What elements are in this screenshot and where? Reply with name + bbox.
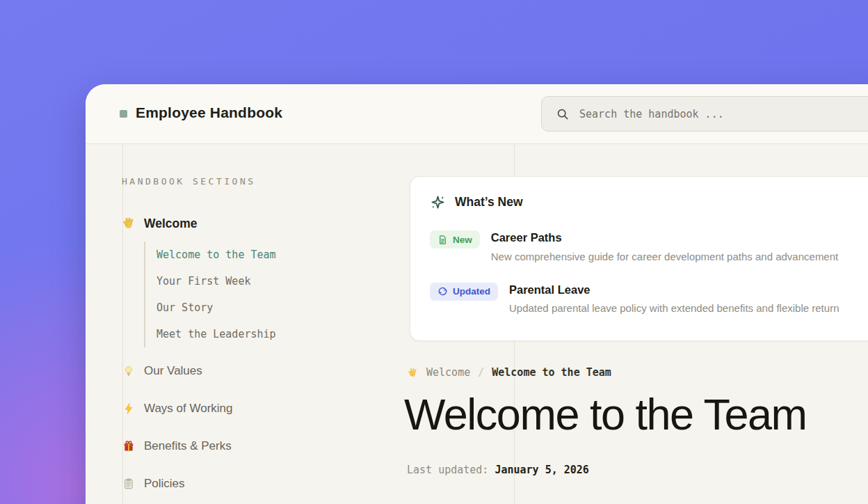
sidebar-item-label: Our Values (144, 364, 202, 378)
whats-new-item-description: Updated parental leave policy with exten… (509, 302, 839, 314)
search-input[interactable] (579, 108, 868, 120)
content-area: HANDBOOK SECTIONS Welcome Welcome to the… (86, 144, 868, 504)
subnav-item-meet-the-leadership[interactable]: Meet the Leadership (156, 321, 276, 347)
whats-new-item-title: Career Paths (491, 230, 838, 245)
square-logo-icon (120, 110, 127, 118)
subnav-item-welcome-to-the-team[interactable]: Welcome to the Team (156, 242, 276, 268)
breadcrumb: Welcome / Welcome to the Team (407, 365, 611, 379)
gift-icon (122, 439, 136, 453)
subnav-item-our-story[interactable]: Our Story (156, 294, 276, 321)
bulb-icon (122, 364, 136, 378)
badge-label: Updated (453, 286, 490, 297)
whats-new-item[interactable]: Updated Parental Leave Updated parental … (430, 283, 868, 315)
sidebar-item-label: Ways of Working (144, 402, 233, 416)
refresh-icon (437, 286, 448, 297)
wave-icon (122, 216, 136, 230)
desktop-background: { "app": { "title": "Employee Handbook",… (0, 0, 868, 504)
app-window: Employee Handbook HANDBOOK SECTIONS (86, 84, 868, 504)
wave-icon (407, 367, 419, 379)
sidebar-subnav: Welcome to the Team Your First Week Our … (144, 242, 276, 347)
breadcrumb-parent[interactable]: Welcome (426, 366, 470, 379)
whats-new-item[interactable]: New Career Paths New comprehensive guide… (430, 230, 868, 262)
whats-new-card: What’s New New Career Paths New comprehe… (410, 176, 868, 341)
sidebar-item-our-values[interactable]: Our Values (122, 361, 202, 381)
sidebar-item-policies[interactable]: Policies (122, 474, 185, 494)
page-title: Welcome to the Team (404, 389, 806, 439)
sidebar-item-label: Policies (144, 477, 185, 491)
sidebar-item-label: Welcome (144, 216, 198, 231)
sidebar-item-benefits-perks[interactable]: Benefits & Perks (122, 436, 232, 456)
search-box[interactable] (541, 96, 868, 132)
whats-new-title: What’s New (455, 195, 523, 210)
sparkle-icon (430, 194, 446, 210)
lightning-icon (122, 402, 136, 416)
sidebar-heading: HANDBOOK SECTIONS (122, 176, 256, 187)
last-updated-label: Last updated: (407, 464, 488, 476)
sidebar-item-welcome[interactable]: Welcome (122, 214, 198, 233)
whats-new-item-description: New comprehensive guide for career devel… (491, 251, 838, 262)
sidebar-item-label: Benefits & Perks (144, 439, 232, 453)
breadcrumb-current: Welcome to the Team (492, 366, 611, 379)
clipboard-icon (122, 477, 136, 491)
updated-badge: Updated (430, 283, 498, 301)
document-icon (437, 235, 448, 245)
whats-new-item-title: Parental Leave (509, 283, 839, 297)
badge-label: New (453, 235, 472, 245)
new-badge: New (430, 230, 480, 249)
app-title: Employee Handbook (136, 104, 282, 121)
sidebar-item-ways-of-working[interactable]: Ways of Working (122, 399, 233, 418)
last-updated: Last updated: January 5, 2026 (407, 464, 589, 476)
search-icon (556, 107, 570, 121)
subnav-item-your-first-week[interactable]: Your First Week (156, 268, 276, 294)
app-header: Employee Handbook (86, 84, 868, 144)
breadcrumb-separator: / (478, 366, 484, 379)
last-updated-value: January 5, 2026 (495, 464, 588, 476)
